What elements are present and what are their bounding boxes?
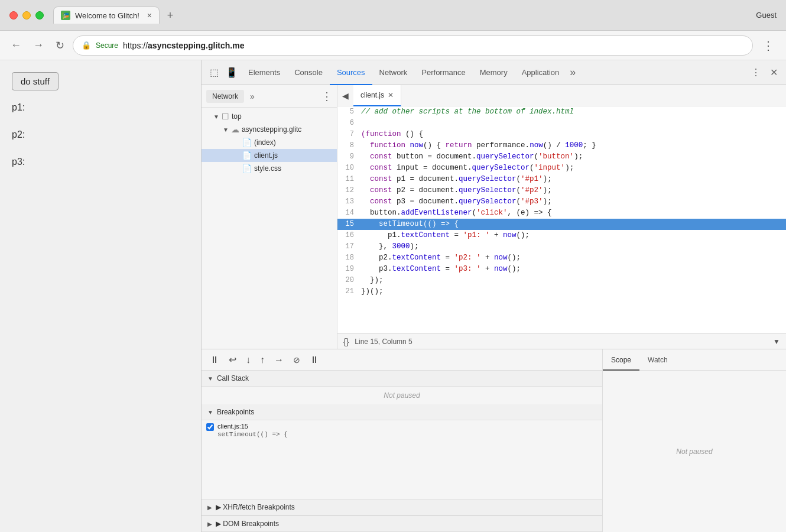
devtools-panel: ⬚ 📱 Elements Console Sources Network Per… bbox=[201, 60, 786, 532]
tab-network[interactable]: Network bbox=[372, 60, 415, 85]
secure-badge: Secure bbox=[96, 41, 118, 50]
breakpoints-label: Breakpoints bbox=[217, 408, 254, 416]
address-input[interactable]: 🔒 Secure https://asyncstepping.glitch.me bbox=[73, 35, 753, 56]
browser-menu-button[interactable]: ⋮ bbox=[758, 36, 779, 55]
guest-label: Guest bbox=[756, 11, 777, 20]
code-line-12: 12 const p2 = document.querySelector('#p… bbox=[337, 185, 786, 196]
settings-button[interactable]: ⋮ bbox=[748, 64, 764, 80]
reload-button[interactable]: ↻ bbox=[52, 37, 68, 54]
address-bar: ← → ↻ 🔒 Secure https://asyncstepping.gli… bbox=[0, 31, 786, 60]
code-editor[interactable]: 5 // add other scripts at the bottom of … bbox=[337, 106, 786, 333]
scope-tab-scope[interactable]: Scope bbox=[603, 349, 639, 371]
code-line-21: 21 })(); bbox=[337, 286, 786, 297]
file-panel: Network » ⋮ ▼ ☐ top ▼ ☁ asyncsteppi bbox=[202, 85, 337, 349]
status-arrow-button[interactable]: ▼ bbox=[773, 338, 780, 346]
pause-resume-button[interactable]: ⏸ bbox=[206, 353, 223, 367]
new-tab-button[interactable]: + bbox=[160, 7, 181, 24]
forward-button[interactable]: → bbox=[30, 37, 47, 54]
browser-tab[interactable]: 🎏 Welcome to Glitch! × bbox=[53, 7, 160, 24]
url-domain: asyncstepping.glitch.me bbox=[148, 41, 244, 50]
xhr-breakpoints-label: ▶ XHR/fetch Breakpoints bbox=[216, 503, 295, 511]
file-panel-menu[interactable]: ⋮ bbox=[321, 90, 332, 103]
file-panel-more[interactable]: » bbox=[246, 90, 258, 102]
code-tab-close[interactable]: ✕ bbox=[388, 91, 394, 99]
call-stack-arrow: ▼ bbox=[207, 375, 213, 382]
do-stuff-button[interactable]: do stuff bbox=[12, 72, 59, 90]
tree-label-top: top bbox=[232, 112, 242, 121]
code-line-14: 14 button.addEventListener('click', (e) … bbox=[337, 207, 786, 219]
traffic-lights bbox=[9, 11, 44, 20]
tab-memory[interactable]: Memory bbox=[473, 60, 515, 85]
code-line-15: 15 setTimeout(() => { bbox=[337, 219, 786, 230]
code-line-5: 5 // add other scripts at the bottom of … bbox=[337, 106, 786, 118]
dom-arrow: ▶ bbox=[207, 521, 212, 527]
call-stack-header[interactable]: ▼ Call Stack bbox=[202, 371, 602, 387]
status-text: Line 15, Column 5 bbox=[355, 338, 767, 346]
code-line-10: 10 const input = document.querySelector(… bbox=[337, 163, 786, 174]
tab-close-button[interactable]: × bbox=[147, 11, 152, 20]
breakpoint-code: setTimeout(() => { bbox=[217, 431, 288, 438]
call-stack-status: Not paused bbox=[384, 391, 420, 400]
code-line-11: 11 const p1 = document.querySelector('#p… bbox=[337, 174, 786, 185]
devtools-tabs: Elements Console Sources Network Perform… bbox=[241, 60, 748, 85]
code-line-20: 20 }); bbox=[337, 275, 786, 286]
breakpoint-item: client.js:15 setTimeout(() => { bbox=[202, 420, 602, 440]
tree-arrow-top: ▼ bbox=[213, 113, 219, 120]
dom-breakpoints-label: ▶ DOM Breakpoints bbox=[216, 520, 279, 528]
breakpoints-header[interactable]: ▼ Breakpoints bbox=[202, 404, 602, 420]
breakpoint-file: client.js:15 bbox=[217, 423, 288, 430]
inspect-element-button[interactable]: ⬚ bbox=[206, 64, 222, 80]
devtools-actions: ⋮ ✕ bbox=[748, 64, 781, 80]
tab-title: Welcome to Glitch! bbox=[75, 11, 139, 20]
code-line-17: 17 }, 3000); bbox=[337, 241, 786, 252]
tree-item-index[interactable]: 📄 (index) bbox=[202, 136, 337, 149]
deactivate-breakpoints-button[interactable]: ⊘ bbox=[290, 353, 304, 366]
tab-sources[interactable]: Sources bbox=[330, 60, 372, 85]
tree-item-style-css[interactable]: 📄 style.css bbox=[202, 162, 337, 175]
tree-arrow-domain: ▼ bbox=[223, 126, 229, 133]
folder-icon-top: ☐ bbox=[222, 112, 229, 121]
step-button[interactable]: → bbox=[271, 353, 287, 367]
step-out-button[interactable]: ↑ bbox=[256, 353, 268, 367]
close-devtools-button[interactable]: ✕ bbox=[766, 64, 781, 80]
code-line-16: 16 p1.textContent = 'p1: ' + now(); bbox=[337, 230, 786, 241]
xhr-breakpoints-header[interactable]: ▶ ▶ XHR/fetch Breakpoints bbox=[202, 499, 602, 515]
content-area: do stuff p1: p2: p3: ⬚ 📱 Elements Consol… bbox=[0, 60, 786, 532]
back-button[interactable]: ← bbox=[7, 37, 25, 54]
dom-breakpoints-header[interactable]: ▶ ▶ DOM Breakpoints bbox=[202, 515, 602, 532]
call-stack-label: Call Stack bbox=[217, 374, 249, 382]
tab-performance[interactable]: Performance bbox=[414, 60, 472, 85]
tree-label-style-css: style.css bbox=[254, 164, 281, 173]
tab-application[interactable]: Application bbox=[515, 60, 567, 85]
tab-favicon: 🎏 bbox=[61, 11, 70, 20]
close-button[interactable] bbox=[9, 11, 18, 20]
cloud-icon: ☁ bbox=[231, 125, 239, 134]
tree-item-domain[interactable]: ▼ ☁ asyncstepping.glitc bbox=[202, 123, 337, 136]
breakpoint-checkbox[interactable] bbox=[206, 423, 214, 431]
call-stack-content: Not paused bbox=[202, 387, 602, 404]
css-file-icon: 📄 bbox=[242, 164, 252, 173]
device-toolbar-button[interactable]: 📱 bbox=[222, 64, 241, 80]
tree-item-client-js[interactable]: 📄 client.js bbox=[202, 149, 337, 162]
more-tabs-button[interactable]: » bbox=[566, 66, 579, 79]
minimize-button[interactable] bbox=[22, 11, 31, 20]
maximize-button[interactable] bbox=[35, 11, 44, 20]
file-panel-network-tab[interactable]: Network bbox=[206, 90, 244, 103]
url-prefix: https:// bbox=[123, 41, 148, 50]
pause-on-exceptions-button[interactable]: ⏸ bbox=[306, 353, 323, 367]
step-over-button[interactable]: ↩ bbox=[225, 352, 240, 367]
tab-console[interactable]: Console bbox=[287, 60, 330, 85]
page-content: do stuff p1: p2: p3: bbox=[0, 60, 201, 532]
code-tabs: ◀ client.js ✕ bbox=[337, 85, 786, 106]
code-back-button[interactable]: ◀ bbox=[337, 89, 353, 103]
code-line-6: 6 bbox=[337, 118, 786, 129]
code-line-13: 13 const p3 = document.querySelector('#p… bbox=[337, 196, 786, 207]
tree-item-top[interactable]: ▼ ☐ top bbox=[202, 110, 337, 123]
devtools-topbar: ⬚ 📱 Elements Console Sources Network Per… bbox=[202, 60, 786, 85]
code-panel: ◀ client.js ✕ 5 // add other scripts at … bbox=[337, 85, 786, 349]
scope-tab-watch[interactable]: Watch bbox=[639, 349, 676, 371]
format-button[interactable]: {} bbox=[343, 337, 349, 346]
tab-elements[interactable]: Elements bbox=[241, 60, 287, 85]
code-tab-client-js[interactable]: client.js ✕ bbox=[353, 85, 401, 106]
step-into-button[interactable]: ↓ bbox=[242, 353, 254, 367]
